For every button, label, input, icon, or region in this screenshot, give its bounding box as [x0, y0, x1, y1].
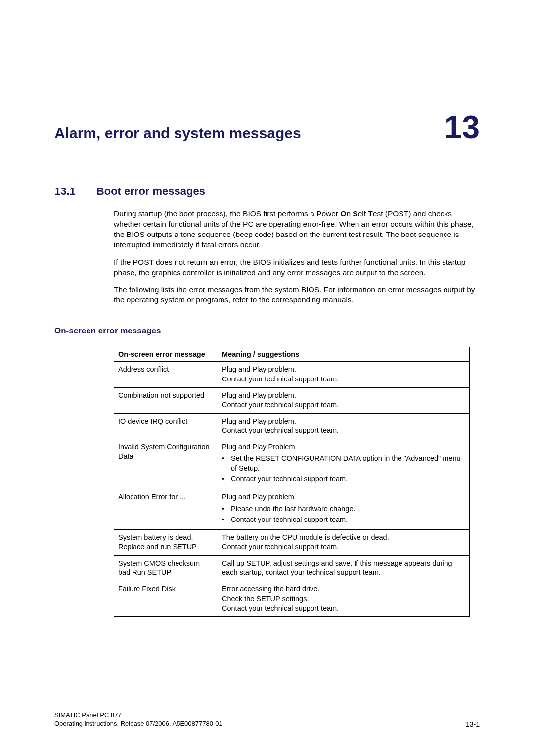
footer-line1: SIMATIC Panel PC 877 — [54, 711, 222, 720]
table-header-col1: On-screen error message — [114, 347, 218, 362]
meaning-line: Call up SETUP, adjust settings and save.… — [222, 559, 452, 577]
table-body: Address conflict Plug and Play problem. … — [114, 362, 470, 616]
meaning-cell: The battery on the CPU module is defecti… — [218, 529, 470, 555]
meaning-line: Error accessing the hard drive. — [222, 585, 319, 593]
footer-page-number: 13-1 — [466, 720, 480, 728]
p1-bold-s: S — [353, 209, 357, 218]
table-row: Combination not supported Plug and Play … — [114, 387, 470, 413]
paragraph-2: If the POST does not return an error, th… — [114, 257, 480, 278]
meaning-intro: Plug and Play Problem — [222, 443, 295, 451]
table-row: Invalid System Configuration Data Plug a… — [114, 439, 470, 489]
section-header: 13.1 Boot error messages — [54, 185, 480, 198]
meaning-cell: Plug and Play Problem Set the RESET CONF… — [218, 439, 470, 489]
error-msg-cell: System CMOS checksum bad Run SETUP — [114, 555, 218, 581]
meaning-line: Contact your technical support team. — [222, 426, 339, 434]
meaning-line: Plug and Play problem. — [222, 365, 296, 373]
error-msg-cell: Invalid System Configuration Data — [114, 439, 218, 489]
page-footer: SIMATIC Panel PC 877 Operating instructi… — [54, 711, 480, 728]
meaning-cell: Call up SETUP, adjust settings and save.… — [218, 555, 470, 581]
table-row: IO device IRQ conflict Plug and Play pro… — [114, 413, 470, 439]
paragraph-1: During startup (the boot process), the B… — [114, 209, 480, 250]
p1-bold-t: T — [368, 209, 372, 218]
error-msg-cell: Address conflict — [114, 362, 218, 387]
bullet-item: Please undo the last hardware change. — [222, 504, 465, 514]
table-row: Allocation Error for ... Plug and Play p… — [114, 489, 470, 530]
meaning-cell: Plug and Play problem. Contact your tech… — [218, 362, 470, 387]
section-title: Boot error messages — [96, 185, 205, 198]
table-row: Address conflict Plug and Play problem. … — [114, 362, 470, 387]
error-messages-table: On-screen error message Meaning / sugges… — [114, 347, 470, 616]
bullet-list: Set the RESET CONFIGURATION DATA option … — [222, 454, 465, 484]
chapter-number: 13 — [445, 109, 480, 145]
p1-mid3: elf — [358, 209, 368, 218]
meaning-cell: Plug and Play problem. Contact your tech… — [218, 413, 470, 439]
section-body: During startup (the boot process), the B… — [114, 209, 480, 305]
error-msg-cell: Combination not supported — [114, 387, 218, 413]
footer-line2: Operating instructions, Release 07/2006,… — [54, 719, 222, 728]
footer-left: SIMATIC Panel PC 877 Operating instructi… — [54, 711, 222, 728]
p1-bold-o: O — [340, 209, 346, 218]
meaning-line: Plug and Play problem. — [222, 417, 296, 425]
table-header-row: On-screen error message Meaning / sugges… — [114, 347, 470, 362]
meaning-intro: Plug and Play problem — [222, 493, 294, 501]
p1-mid2: n — [346, 209, 353, 218]
meaning-line: The battery on the CPU module is defecti… — [222, 533, 389, 541]
p1-mid1: ower — [321, 209, 340, 218]
bullet-item: Set the RESET CONFIGURATION DATA option … — [222, 454, 465, 473]
section-number: 13.1 — [54, 185, 76, 198]
subsection-heading: On-screen error messages — [54, 326, 480, 336]
table-header-col2: Meaning / suggestions — [218, 347, 470, 362]
meaning-cell: Plug and Play problem. Contact your tech… — [218, 387, 470, 413]
table-row: Failure Fixed Disk Error accessing the h… — [114, 581, 470, 616]
p1-bold-p: P — [316, 209, 321, 218]
error-msg-cell: IO device IRQ conflict — [114, 413, 218, 439]
table-row: System battery is dead. Replace and run … — [114, 529, 470, 555]
paragraph-3: The following lists the error messages f… — [114, 285, 480, 306]
error-msg-cell: System battery is dead. Replace and run … — [114, 529, 218, 555]
meaning-line: Contact your technical support team. — [222, 543, 339, 551]
meaning-line: Contact your technical support team. — [222, 375, 339, 383]
meaning-line: Contact your technical support team. — [222, 604, 339, 612]
meaning-line: Plug and Play problem. — [222, 391, 296, 399]
meaning-cell: Error accessing the hard drive. Check th… — [218, 581, 470, 616]
bullet-item: Contact your technical support team. — [222, 515, 465, 525]
p1-prefix: During startup (the boot process), the B… — [114, 209, 316, 218]
error-msg-cell: Allocation Error for ... — [114, 489, 218, 530]
bullet-list: Please undo the last hardware change. Co… — [222, 504, 465, 525]
meaning-cell: Plug and Play problem Please undo the la… — [218, 489, 470, 530]
meaning-line: Check the SETUP settings. — [222, 595, 309, 603]
error-msg-cell: Failure Fixed Disk — [114, 581, 218, 616]
bullet-item: Contact your technical support team. — [222, 474, 465, 484]
chapter-header: Alarm, error and system messages 13 — [54, 109, 480, 145]
table-row: System CMOS checksum bad Run SETUP Call … — [114, 555, 470, 581]
meaning-line: Contact your technical support team. — [222, 401, 339, 409]
chapter-title: Alarm, error and system messages — [54, 125, 301, 142]
